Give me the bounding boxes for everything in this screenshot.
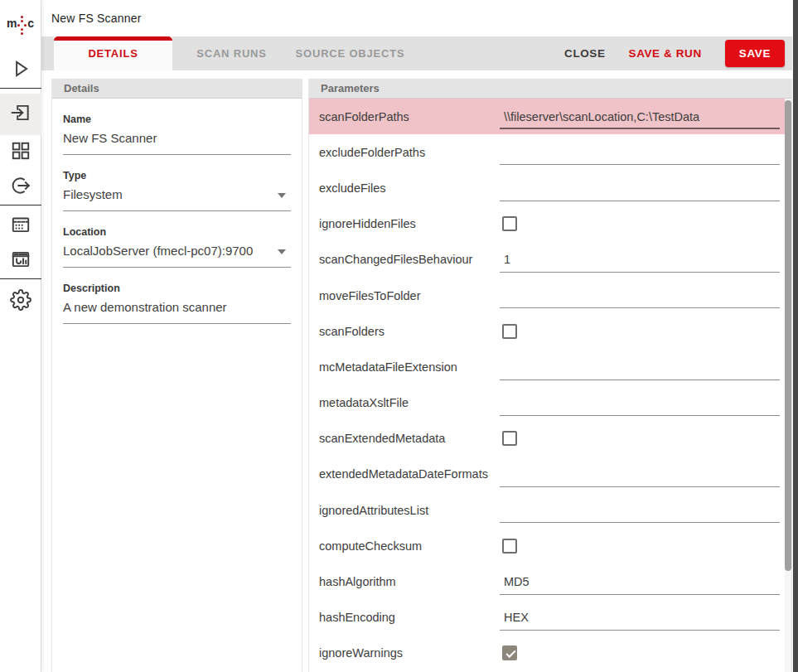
field-label: Name [63, 114, 291, 125]
param-control [500, 313, 780, 349]
scanChangedFilesBehaviour-input[interactable]: 1 [500, 242, 780, 278]
login-icon [10, 102, 31, 127]
field-value: LocalJobServer (fmecl-pc07):9700 [63, 244, 291, 258]
sidebar-item-scanner[interactable] [0, 94, 41, 135]
field-description: DescriptionA new demonstration scanner [63, 283, 291, 324]
input-underline [500, 201, 780, 201]
scanFolderPaths-input[interactable]: \\fileserver\scanLocation,C:\TestData [500, 99, 780, 134]
param-value: HEX [504, 611, 780, 624]
type-select[interactable]: Filesystem [63, 187, 291, 211]
hashEncoding-input[interactable]: HEX [500, 600, 780, 636]
param-row-extendedMetadataDateFormats: extendedMetadataDateFormats [309, 457, 791, 492]
param-row-ignoredAttributesList: ignoredAttributesList [309, 492, 791, 528]
input-underline [500, 630, 780, 631]
field-value: New FS Scanner [63, 131, 291, 145]
logo-dots-icon [17, 16, 27, 37]
param-row-hashAlgorithm: hashAlgorithmMD5 [309, 563, 791, 599]
hashAlgorithm-input[interactable]: MD5 [500, 563, 780, 599]
param-row-mcMetadataFileExtension: mcMetadataFileExtension [309, 349, 791, 384]
param-label: ignoredAttributesList [319, 492, 500, 528]
metadataXsltFile-input[interactable] [500, 385, 780, 421]
param-control [500, 206, 780, 242]
calendar-icon [10, 214, 31, 239]
sidebar-item-schedule[interactable] [0, 209, 41, 244]
input-underline [500, 272, 780, 273]
details-panel: Details NameNew FS ScannerTypeFilesystem… [51, 79, 302, 672]
tab-source-objects[interactable]: SOURCE OBJECTS [291, 36, 409, 70]
tab-scan-runs[interactable]: SCAN RUNS [172, 36, 291, 70]
action-buttons: CLOSE SAVE & RUN SAVE [564, 36, 785, 70]
close-button[interactable]: CLOSE [564, 47, 606, 60]
sidebar-item-run[interactable] [0, 53, 41, 88]
computeChecksum-checkbox[interactable] [502, 539, 517, 554]
scrollbar-thumb[interactable] [785, 100, 791, 571]
field-label: Type [63, 170, 291, 181]
excludeFiles-input[interactable] [500, 170, 780, 205]
sidebar-item-settings[interactable] [0, 284, 41, 319]
logo-letter-c: c [27, 17, 34, 30]
parameters-panel: Parameters scanFolderPaths\\fileserver\s… [308, 79, 792, 672]
param-label: ignoreHiddenFiles [319, 206, 500, 242]
grid-icon [10, 140, 31, 165]
input-underline [500, 522, 780, 523]
app-window: m c New FS Scanner DETAILSSCAN RUNSSOURC… [0, 0, 798, 672]
location-select[interactable]: LocalJobServer (fmecl-pc07):9700 [63, 244, 291, 268]
input-underline [500, 380, 780, 380]
logo-letter-m: m [7, 17, 17, 30]
param-row-moveFilesToFolder: moveFilesToFolder [309, 278, 791, 313]
details-panel-header: Details [52, 79, 302, 99]
param-row-scanFolders: scanFolders [309, 313, 791, 349]
field-value: A new demonstration scanner [63, 300, 291, 314]
play-icon [10, 58, 31, 83]
dropdown-arrow-icon [278, 193, 286, 198]
titlebar: New FS Scanner [41, 0, 792, 36]
ignoreHiddenFiles-checkbox[interactable] [502, 216, 517, 231]
save-button[interactable]: SAVE [725, 40, 785, 67]
param-row-scanFolderPaths: scanFolderPaths\\fileserver\scanLocation… [309, 99, 791, 134]
moveFilesToFolder-input[interactable] [500, 278, 780, 313]
param-row-scanChangedFilesBehaviour: scanChangedFilesBehaviour1 [309, 242, 791, 278]
input-underline [500, 486, 780, 487]
param-label: computeChecksum [319, 528, 500, 563]
param-label: excludeFolderPaths [319, 134, 500, 170]
sidebar-item-reports[interactable] [0, 244, 41, 278]
field-name: NameNew FS Scanner [63, 114, 291, 155]
name-input[interactable]: New FS Scanner [63, 131, 291, 155]
parameters-panel-header: Parameters [309, 79, 791, 99]
param-label: scanChangedFilesBehaviour [319, 242, 500, 278]
param-row-excludeFolderPaths: excludeFolderPaths [309, 134, 791, 170]
ignoredAttributesList-input[interactable] [500, 492, 780, 528]
excludeFolderPaths-input[interactable] [500, 134, 780, 170]
param-row-metadataXsltFile: metadataXsltFile [309, 385, 791, 421]
scanFolders-checkbox[interactable] [502, 324, 517, 339]
tab-details[interactable]: DETAILS [54, 36, 172, 70]
report-icon [10, 249, 31, 273]
param-label: excludeFiles [319, 170, 500, 205]
extendedMetadataDateFormats-input[interactable] [500, 457, 780, 492]
input-underline [500, 164, 780, 165]
param-row-ignoreHiddenFiles: ignoreHiddenFiles [309, 206, 791, 242]
param-label: ignoreWarnings [319, 636, 500, 671]
parameter-rows: scanFolderPaths\\fileserver\scanLocation… [309, 99, 791, 672]
field-label: Description [63, 283, 291, 294]
param-control [500, 636, 780, 671]
sidebar-item-export[interactable] [0, 170, 41, 205]
param-label: scanFolderPaths [319, 99, 500, 134]
param-row-hashEncoding: hashEncodingHEX [309, 600, 791, 636]
param-label: metadataXsltFile [319, 385, 500, 421]
window-edge-strip [792, 0, 798, 672]
app-logo[interactable]: m c [0, 0, 41, 46]
save-and-run-button[interactable]: SAVE & RUN [629, 47, 702, 60]
details-fields: NameNew FS ScannerTypeFilesystemLocation… [52, 114, 302, 324]
field-location: LocationLocalJobServer (fmecl-pc07):9700 [63, 226, 291, 268]
param-label: hashAlgorithm [319, 563, 500, 599]
sidebar-item-modules[interactable] [0, 135, 41, 170]
field-value: Filesystem [63, 187, 291, 201]
description-input[interactable]: A new demonstration scanner [63, 300, 291, 324]
input-underline [500, 594, 780, 595]
mcMetadataFileExtension-input[interactable] [500, 349, 780, 384]
parameters-scrollbar[interactable] [785, 99, 791, 672]
scanExtendedMetadata-checkbox[interactable] [502, 431, 517, 446]
ignoreWarnings-checkbox[interactable] [502, 645, 517, 660]
main-area: New FS Scanner DETAILSSCAN RUNSSOURCE OB… [41, 0, 792, 672]
